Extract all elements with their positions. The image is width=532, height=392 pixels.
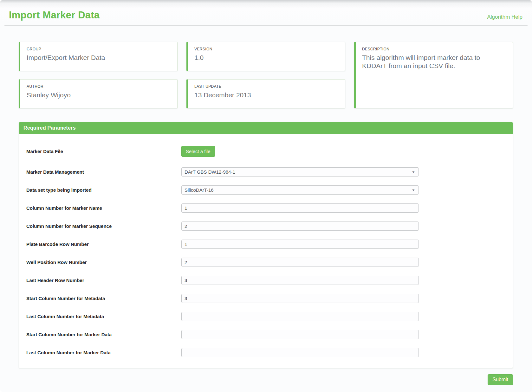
form-row-plate-barcode-row-number: Plate Barcode Row Number xyxy=(26,240,513,249)
last-column-metadata-input[interactable] xyxy=(181,312,419,321)
form-row-column-number-marker-name: Column Number for Marker Name xyxy=(26,203,513,213)
info-cards: GROUP Import/Export Marker Data VERSION … xyxy=(19,42,513,108)
field-label: Column Number for Marker Name xyxy=(26,205,181,211)
select-file-button[interactable]: Select a file xyxy=(181,146,215,157)
well-position-row-number-input[interactable] xyxy=(181,258,419,267)
field-control: SilicoDArT-16 ▼ xyxy=(181,185,419,195)
field-label: Well Position Row Number xyxy=(26,260,181,265)
card-label: GROUP xyxy=(27,47,171,51)
field-control xyxy=(181,276,419,285)
field-label: Marker Data Management xyxy=(26,169,181,175)
required-parameters-header: Required Parameters xyxy=(19,122,513,134)
select-value: DArT GBS DW12-984-1 xyxy=(185,169,235,175)
card-value: This algorithm will import marker data t… xyxy=(362,54,502,70)
field-control xyxy=(181,312,419,321)
select-value: SilicoDArT-16 xyxy=(185,187,214,193)
form-row-last-column-marker-data: Last Column Number for Marker Data xyxy=(26,348,513,357)
column-number-marker-name-input[interactable] xyxy=(181,203,419,213)
submit-row: Submit xyxy=(19,374,513,385)
field-control xyxy=(181,222,419,231)
card-label: LAST UPDATE xyxy=(194,84,339,89)
info-card-group: GROUP Import/Export Marker Data xyxy=(19,42,178,71)
form-row-last-header-row-number: Last Header Row Number xyxy=(26,276,513,285)
card-value: 1.0 xyxy=(194,54,334,62)
required-parameters-body: Marker Data File Select a file Marker Da… xyxy=(19,134,513,368)
data-set-type-select[interactable]: SilicoDArT-16 ▼ xyxy=(181,185,419,195)
form-row-start-column-marker-data: Start Column Number for Marker Data xyxy=(26,330,513,339)
field-label: Marker Data File xyxy=(26,149,181,154)
field-control xyxy=(181,294,419,303)
form-row-marker-data-management: Marker Data Management DArT GBS DW12-984… xyxy=(26,167,513,177)
field-control xyxy=(181,240,419,249)
field-label: Last Column Number for Metadata xyxy=(26,314,181,319)
field-control xyxy=(181,203,419,213)
page-header: Import Marker Data Algorithm Help xyxy=(0,0,532,25)
submit-button[interactable]: Submit xyxy=(488,374,513,385)
form-row-start-column-metadata: Start Column Number for Metadata xyxy=(26,294,513,303)
column-number-marker-sequence-input[interactable] xyxy=(181,222,419,231)
header-divider xyxy=(4,25,528,26)
marker-data-management-select[interactable]: DArT GBS DW12-984-1 ▼ xyxy=(181,167,419,177)
card-label: DESCRIPTION xyxy=(362,47,506,51)
field-control xyxy=(181,348,419,357)
algorithm-help-link[interactable]: Algorithm Help xyxy=(487,14,523,21)
field-label: Plate Barcode Row Number xyxy=(26,241,181,247)
field-label: Last Column Number for Marker Data xyxy=(26,350,181,355)
field-label: Start Column Number for Marker Data xyxy=(26,332,181,337)
card-label: AUTHOR xyxy=(27,84,171,89)
info-card-description: DESCRIPTION This algorithm will import m… xyxy=(354,42,513,108)
info-card-version: VERSION 1.0 xyxy=(186,42,345,71)
card-label: VERSION xyxy=(194,47,339,51)
chevron-down-icon: ▼ xyxy=(412,170,415,174)
start-column-metadata-input[interactable] xyxy=(181,294,419,303)
field-label: Start Column Number for Metadata xyxy=(26,296,181,301)
info-card-last-update: LAST UPDATE 13 December 2013 xyxy=(186,79,345,108)
required-parameters-panel: Required Parameters Marker Data File Sel… xyxy=(19,122,513,368)
field-control: Select a file xyxy=(181,146,419,157)
last-header-row-number-input[interactable] xyxy=(181,276,419,285)
field-label: Last Header Row Number xyxy=(26,278,181,283)
field-label: Column Number for Marker Sequence xyxy=(26,223,181,229)
field-control: DArT GBS DW12-984-1 ▼ xyxy=(181,167,419,177)
form-row-last-column-metadata: Last Column Number for Metadata xyxy=(26,312,513,321)
card-value: Import/Export Marker Data xyxy=(27,54,166,62)
start-column-marker-data-input[interactable] xyxy=(181,330,419,339)
chevron-down-icon: ▼ xyxy=(412,188,415,192)
field-label: Data set type being imported xyxy=(26,187,181,193)
card-value: 13 December 2013 xyxy=(194,91,334,99)
plate-barcode-row-number-input[interactable] xyxy=(181,240,419,249)
import-marker-data-page: Import Marker Data Algorithm Help GROUP … xyxy=(0,0,532,392)
form-row-column-number-marker-sequence: Column Number for Marker Sequence xyxy=(26,222,513,231)
last-column-marker-data-input[interactable] xyxy=(181,348,419,357)
field-control xyxy=(181,258,419,267)
card-value: Stanley Wijoyo xyxy=(27,91,166,99)
form-row-marker-data-file: Marker Data File Select a file xyxy=(26,146,513,157)
form-row-data-set-type: Data set type being imported SilicoDArT-… xyxy=(26,185,513,195)
info-card-author: AUTHOR Stanley Wijoyo xyxy=(19,79,178,108)
form-row-well-position-row-number: Well Position Row Number xyxy=(26,258,513,267)
field-control xyxy=(181,330,419,339)
page-title: Import Marker Data xyxy=(9,10,100,21)
